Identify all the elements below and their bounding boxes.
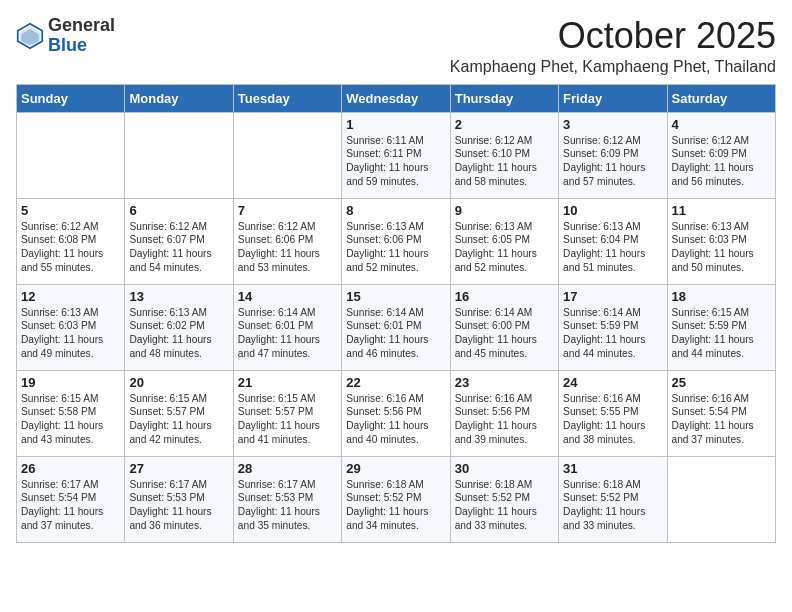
cell-info-line: and 39 minutes.: [455, 433, 554, 447]
cell-info-line: Sunrise: 6:11 AM: [346, 134, 445, 148]
cell-info-line: Daylight: 11 hours: [563, 161, 662, 175]
cell-info-line: and 40 minutes.: [346, 433, 445, 447]
logo-blue: Blue: [48, 36, 115, 56]
calendar-cell: 17Sunrise: 6:14 AMSunset: 5:59 PMDayligh…: [559, 284, 667, 370]
day-number: 27: [129, 461, 228, 476]
cell-info-line: and 56 minutes.: [672, 175, 771, 189]
cell-info-line: Daylight: 11 hours: [129, 247, 228, 261]
day-number: 19: [21, 375, 120, 390]
cell-info-line: Sunset: 5:52 PM: [563, 491, 662, 505]
weekday-header-wednesday: Wednesday: [342, 84, 450, 112]
day-number: 12: [21, 289, 120, 304]
day-number: 23: [455, 375, 554, 390]
calendar-cell: 23Sunrise: 6:16 AMSunset: 5:56 PMDayligh…: [450, 370, 558, 456]
cell-info-line: Sunset: 6:03 PM: [21, 319, 120, 333]
calendar-cell: 30Sunrise: 6:18 AMSunset: 5:52 PMDayligh…: [450, 456, 558, 542]
cell-info-line: Sunrise: 6:18 AM: [563, 478, 662, 492]
cell-info-line: and 59 minutes.: [346, 175, 445, 189]
day-number: 17: [563, 289, 662, 304]
calendar-cell: 10Sunrise: 6:13 AMSunset: 6:04 PMDayligh…: [559, 198, 667, 284]
day-number: 5: [21, 203, 120, 218]
logo-general: General: [48, 16, 115, 36]
month-title: October 2025: [450, 16, 776, 56]
cell-info-line: Daylight: 11 hours: [672, 419, 771, 433]
cell-info-line: Sunrise: 6:13 AM: [455, 220, 554, 234]
day-number: 14: [238, 289, 337, 304]
cell-info-line: Sunset: 5:59 PM: [563, 319, 662, 333]
weekday-header-row: SundayMondayTuesdayWednesdayThursdayFrid…: [17, 84, 776, 112]
cell-info-line: Sunset: 5:57 PM: [129, 405, 228, 419]
cell-info-line: Sunset: 6:09 PM: [672, 147, 771, 161]
day-number: 11: [672, 203, 771, 218]
cell-info-line: Sunset: 5:52 PM: [346, 491, 445, 505]
day-number: 22: [346, 375, 445, 390]
day-number: 15: [346, 289, 445, 304]
day-number: 8: [346, 203, 445, 218]
cell-info-line: Sunrise: 6:15 AM: [21, 392, 120, 406]
day-number: 9: [455, 203, 554, 218]
cell-info-line: and 52 minutes.: [455, 261, 554, 275]
cell-info-line: Sunset: 6:06 PM: [346, 233, 445, 247]
cell-info-line: Sunrise: 6:16 AM: [455, 392, 554, 406]
cell-info-line: Daylight: 11 hours: [129, 333, 228, 347]
cell-info-line: and 44 minutes.: [563, 347, 662, 361]
day-number: 7: [238, 203, 337, 218]
calendar-cell: [233, 112, 341, 198]
cell-info-line: and 49 minutes.: [21, 347, 120, 361]
cell-info-line: Sunrise: 6:12 AM: [672, 134, 771, 148]
cell-info-line: Daylight: 11 hours: [346, 161, 445, 175]
cell-info-line: Sunset: 6:11 PM: [346, 147, 445, 161]
day-number: 30: [455, 461, 554, 476]
calendar-cell: 26Sunrise: 6:17 AMSunset: 5:54 PMDayligh…: [17, 456, 125, 542]
cell-info-line: Daylight: 11 hours: [129, 505, 228, 519]
cell-info-line: Daylight: 11 hours: [346, 505, 445, 519]
day-number: 25: [672, 375, 771, 390]
calendar-cell: 1Sunrise: 6:11 AMSunset: 6:11 PMDaylight…: [342, 112, 450, 198]
location: Kamphaeng Phet, Kamphaeng Phet, Thailand: [450, 58, 776, 76]
cell-info-line: Daylight: 11 hours: [455, 161, 554, 175]
cell-info-line: Sunset: 6:08 PM: [21, 233, 120, 247]
calendar-table: SundayMondayTuesdayWednesdayThursdayFrid…: [16, 84, 776, 543]
cell-info-line: Sunset: 6:07 PM: [129, 233, 228, 247]
weekday-header-saturday: Saturday: [667, 84, 775, 112]
calendar-cell: 6Sunrise: 6:12 AMSunset: 6:07 PMDaylight…: [125, 198, 233, 284]
day-number: 20: [129, 375, 228, 390]
cell-info-line: Sunset: 6:05 PM: [455, 233, 554, 247]
day-number: 31: [563, 461, 662, 476]
cell-info-line: and 48 minutes.: [129, 347, 228, 361]
day-number: 4: [672, 117, 771, 132]
cell-info-line: Sunset: 5:58 PM: [21, 405, 120, 419]
cell-info-line: Sunrise: 6:14 AM: [346, 306, 445, 320]
weekday-header-monday: Monday: [125, 84, 233, 112]
cell-info-line: and 41 minutes.: [238, 433, 337, 447]
cell-info-line: Sunrise: 6:12 AM: [21, 220, 120, 234]
cell-info-line: and 44 minutes.: [672, 347, 771, 361]
logo: General Blue: [16, 16, 115, 56]
cell-info-line: and 50 minutes.: [672, 261, 771, 275]
cell-info-line: Sunset: 5:56 PM: [455, 405, 554, 419]
cell-info-line: and 38 minutes.: [563, 433, 662, 447]
calendar-cell: 29Sunrise: 6:18 AMSunset: 5:52 PMDayligh…: [342, 456, 450, 542]
cell-info-line: Daylight: 11 hours: [21, 333, 120, 347]
calendar-cell: 8Sunrise: 6:13 AMSunset: 6:06 PMDaylight…: [342, 198, 450, 284]
calendar-cell: [667, 456, 775, 542]
cell-info-line: Daylight: 11 hours: [563, 333, 662, 347]
cell-info-line: Sunrise: 6:14 AM: [563, 306, 662, 320]
weekday-header-sunday: Sunday: [17, 84, 125, 112]
cell-info-line: Sunset: 6:01 PM: [238, 319, 337, 333]
calendar-cell: 11Sunrise: 6:13 AMSunset: 6:03 PMDayligh…: [667, 198, 775, 284]
calendar-cell: [17, 112, 125, 198]
cell-info-line: Daylight: 11 hours: [238, 333, 337, 347]
calendar-cell: 18Sunrise: 6:15 AMSunset: 5:59 PMDayligh…: [667, 284, 775, 370]
cell-info-line: Daylight: 11 hours: [238, 247, 337, 261]
cell-info-line: Sunset: 5:53 PM: [129, 491, 228, 505]
cell-info-line: Daylight: 11 hours: [672, 247, 771, 261]
calendar-cell: 25Sunrise: 6:16 AMSunset: 5:54 PMDayligh…: [667, 370, 775, 456]
cell-info-line: Daylight: 11 hours: [21, 419, 120, 433]
cell-info-line: Sunrise: 6:17 AM: [238, 478, 337, 492]
cell-info-line: and 33 minutes.: [563, 519, 662, 533]
cell-info-line: and 47 minutes.: [238, 347, 337, 361]
day-number: 28: [238, 461, 337, 476]
cell-info-line: Sunset: 6:00 PM: [455, 319, 554, 333]
cell-info-line: and 34 minutes.: [346, 519, 445, 533]
